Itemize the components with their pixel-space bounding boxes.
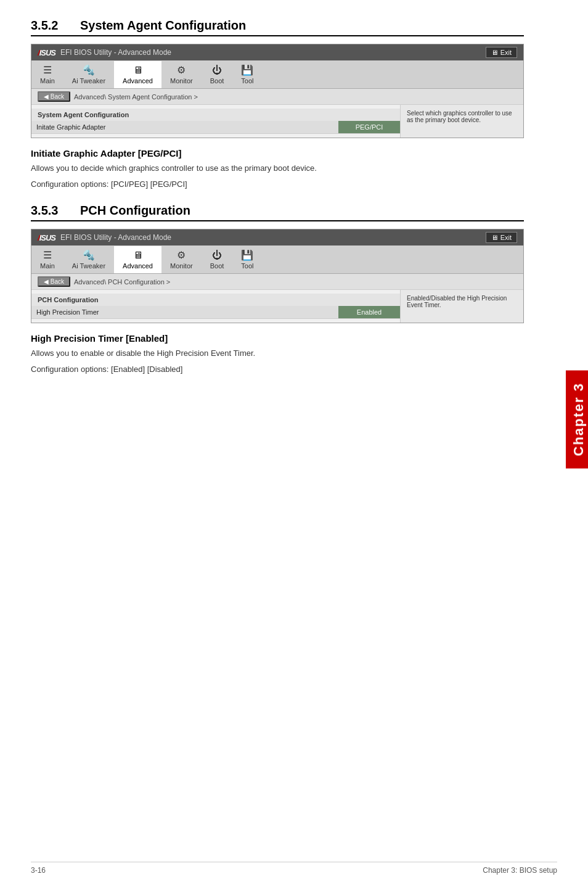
exit-icon-1: 🖥 bbox=[491, 49, 498, 56]
asus-logo-2: /ISUS bbox=[38, 233, 55, 242]
footer-chapter: Chapter 3: BIOS setup bbox=[483, 866, 557, 875]
config-value-2: Enabled bbox=[338, 306, 400, 318]
nav-tool-label-2: Tool bbox=[241, 262, 253, 270]
tool-icon-1: 💾 bbox=[241, 64, 253, 76]
subsection-heading-352: Initiate Graphic Adapter [PEG/PCI] bbox=[31, 148, 524, 159]
nav-boot-2[interactable]: ⏻ Boot bbox=[202, 246, 233, 273]
section-353-heading: 3.5.3 PCH Configuration bbox=[31, 204, 524, 221]
exit-icon-2: 🖥 bbox=[491, 234, 498, 241]
nav-main-label-1: Main bbox=[40, 77, 55, 85]
bios-title-1: EFI BIOS Utility - Advanced Mode bbox=[60, 48, 171, 57]
bios-screenshot-2: /ISUS EFI BIOS Utility - Advanced Mode 🖥… bbox=[31, 229, 524, 323]
config-label-2: High Precision Timer bbox=[31, 306, 338, 318]
footer-page-num: 3-16 bbox=[31, 866, 46, 875]
bios-title-2: EFI BIOS Utility - Advanced Mode bbox=[60, 233, 171, 242]
body-text-352-2: Configuration options: [PCI/PEG] [PEG/PC… bbox=[31, 178, 524, 191]
tweaker-icon-1: 🔩 bbox=[83, 64, 95, 76]
nav-monitor-label-2: Monitor bbox=[170, 262, 193, 270]
nav-advanced-2[interactable]: 🖥 Advanced bbox=[114, 246, 161, 273]
nav-tweaker-label-1: Ai Tweaker bbox=[72, 77, 105, 85]
bios-nav-1: ☰ Main 🔩 Ai Tweaker 🖥 Advanced ⚙ Monitor… bbox=[31, 60, 523, 89]
config-table-row-1: Initate Graphic Adapter PEG/PCI bbox=[31, 121, 400, 134]
boot-icon-2: ⏻ bbox=[212, 250, 222, 261]
tool-icon-2: 💾 bbox=[241, 249, 253, 261]
body-text-353-2: Configuration options: [Enabled] [Disabl… bbox=[31, 363, 524, 376]
bios-config-left-2: PCH Configuration High Precision Timer E… bbox=[31, 290, 400, 323]
breadcrumb-text-2: Advanced\ PCH Configuration > bbox=[74, 278, 170, 286]
nav-tweaker-1[interactable]: 🔩 Ai Tweaker bbox=[63, 60, 114, 88]
config-header-1: System Agent Configuration bbox=[31, 109, 400, 121]
bios-header-left-2: /ISUS EFI BIOS Utility - Advanced Mode bbox=[38, 233, 171, 242]
section-352-heading: 3.5.2 System Agent Configuration bbox=[31, 19, 524, 36]
nav-advanced-label-1: Advanced bbox=[123, 77, 153, 85]
bios-nav-2: ☰ Main 🔩 Ai Tweaker 🖥 Advanced ⚙ Monitor… bbox=[31, 245, 523, 274]
chapter-side-tab-label: Chapter 3 bbox=[571, 382, 586, 456]
body-text-353-1: Allows you to enable or disable the High… bbox=[31, 347, 524, 360]
monitor-icon-1: ⚙ bbox=[177, 64, 186, 76]
breadcrumb-text-1: Advanced\ System Agent Configuration > bbox=[74, 93, 198, 101]
exit-label-2: Exit bbox=[500, 234, 512, 241]
bios-breadcrumb-2: ◀ Back Advanced\ PCH Configuration > bbox=[31, 274, 523, 290]
main-icon-1: ☰ bbox=[43, 64, 52, 76]
nav-main-label-2: Main bbox=[40, 262, 55, 270]
bios-help-text-2: Enabled/Disabled the High Precision Even… bbox=[407, 295, 507, 308]
section-352-num: 3.5.2 bbox=[31, 19, 68, 33]
nav-tool-2[interactable]: 💾 Tool bbox=[232, 245, 262, 273]
nav-advanced-label-2: Advanced bbox=[123, 262, 153, 270]
tweaker-icon-2: 🔩 bbox=[83, 249, 95, 261]
nav-boot-1[interactable]: ⏻ Boot bbox=[202, 61, 233, 88]
nav-advanced-1[interactable]: 🖥 Advanced bbox=[114, 61, 161, 88]
body-text-352-1: Allows you to decide which graphics cont… bbox=[31, 162, 524, 175]
config-table-row-2: High Precision Timer Enabled bbox=[31, 306, 400, 319]
back-btn-2[interactable]: ◀ Back bbox=[38, 276, 70, 287]
nav-main-2[interactable]: ☰ Main bbox=[31, 245, 63, 273]
back-btn-1[interactable]: ◀ Back bbox=[38, 91, 70, 102]
nav-monitor-label-1: Monitor bbox=[170, 77, 193, 85]
nav-tool-label-1: Tool bbox=[241, 77, 253, 85]
config-value-1: PEG/PCI bbox=[338, 121, 400, 133]
bios-config-right-1: Select which graphics controller to use … bbox=[400, 105, 523, 138]
back-label-2: Back bbox=[51, 278, 64, 285]
config-label-1: Initate Graphic Adapter bbox=[31, 121, 338, 133]
monitor-icon-2: ⚙ bbox=[177, 249, 186, 261]
nav-monitor-2[interactable]: ⚙ Monitor bbox=[161, 245, 202, 273]
bios-header-2: /ISUS EFI BIOS Utility - Advanced Mode 🖥… bbox=[31, 229, 523, 245]
bios-screenshot-1: /ISUS EFI BIOS Utility - Advanced Mode 🖥… bbox=[31, 44, 524, 138]
back-label-1: Back bbox=[51, 93, 64, 100]
exit-label-1: Exit bbox=[500, 49, 512, 56]
bios-config-left-1: System Agent Configuration Initate Graph… bbox=[31, 105, 400, 138]
subsection-heading-353: High Precision Timer [Enabled] bbox=[31, 333, 524, 344]
nav-tweaker-label-2: Ai Tweaker bbox=[72, 262, 105, 270]
bios-exit-btn-2[interactable]: 🖥 Exit bbox=[486, 232, 517, 243]
bios-header-left-1: /ISUS EFI BIOS Utility - Advanced Mode bbox=[38, 48, 171, 57]
page-footer: 3-16 Chapter 3: BIOS setup bbox=[31, 862, 557, 875]
bios-header-1: /ISUS EFI BIOS Utility - Advanced Mode 🖥… bbox=[31, 44, 523, 60]
advanced-icon-2: 🖥 bbox=[133, 250, 143, 261]
asus-logo-1: /ISUS bbox=[38, 48, 55, 57]
section-353-num: 3.5.3 bbox=[31, 204, 68, 218]
main-icon-2: ☰ bbox=[43, 249, 52, 261]
nav-boot-label-1: Boot bbox=[210, 77, 224, 85]
bios-config-1: System Agent Configuration Initate Graph… bbox=[31, 105, 523, 138]
section-353-title: PCH Configuration bbox=[80, 204, 190, 218]
bios-help-text-1: Select which graphics controller to use … bbox=[407, 110, 512, 123]
bios-config-right-2: Enabled/Disabled the High Precision Even… bbox=[400, 290, 523, 323]
nav-tweaker-2[interactable]: 🔩 Ai Tweaker bbox=[63, 245, 114, 273]
bios-exit-btn-1[interactable]: 🖥 Exit bbox=[486, 47, 517, 58]
nav-main-1[interactable]: ☰ Main bbox=[31, 60, 63, 88]
section-352-title: System Agent Configuration bbox=[80, 19, 246, 33]
config-header-2: PCH Configuration bbox=[31, 294, 400, 306]
bios-breadcrumb-1: ◀ Back Advanced\ System Agent Configurat… bbox=[31, 89, 523, 105]
bios-config-2: PCH Configuration High Precision Timer E… bbox=[31, 290, 523, 323]
chapter-side-tab: Chapter 3 bbox=[566, 370, 588, 468]
boot-icon-1: ⏻ bbox=[212, 65, 222, 76]
nav-boot-label-2: Boot bbox=[210, 262, 224, 270]
advanced-icon-1: 🖥 bbox=[133, 65, 143, 76]
nav-tool-1[interactable]: 💾 Tool bbox=[232, 60, 262, 88]
nav-monitor-1[interactable]: ⚙ Monitor bbox=[161, 60, 202, 88]
